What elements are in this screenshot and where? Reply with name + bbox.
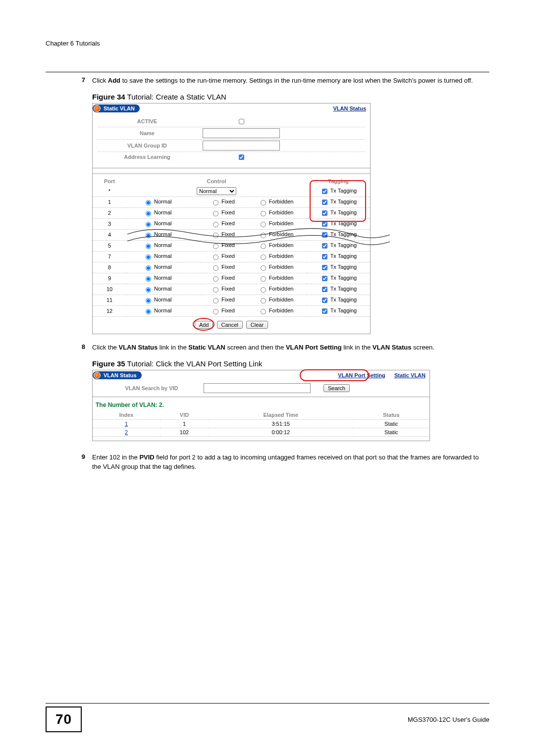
- port-number: 2: [93, 207, 126, 218]
- control-forbidden-radio[interactable]: [261, 309, 266, 314]
- cancel-button[interactable]: Cancel: [217, 321, 243, 329]
- control-normal-radio[interactable]: [146, 298, 151, 303]
- guide-title: MGS3700-12C User's Guide: [408, 716, 489, 723]
- t: Normal: [154, 286, 171, 292]
- t: Normal: [154, 209, 171, 215]
- index-link[interactable]: 1: [125, 421, 128, 427]
- divider: [93, 167, 370, 174]
- port-number: 8: [93, 262, 126, 273]
- tx-tagging-checkbox[interactable]: [322, 265, 327, 270]
- control-normal-radio[interactable]: [146, 254, 151, 260]
- tx-tagging-checkbox[interactable]: [322, 254, 327, 259]
- t: Fixed: [221, 275, 235, 281]
- port-number: 7: [93, 251, 126, 262]
- chapter-heading: Chapter 6 Tutorials: [46, 40, 489, 47]
- vid-search-input[interactable]: [204, 383, 311, 393]
- t: Forbidden: [269, 264, 294, 270]
- tx-tagging-checkbox[interactable]: [322, 298, 327, 303]
- control-normal-radio[interactable]: [146, 265, 151, 271]
- panel-title-pill: Static VLAN: [93, 104, 140, 112]
- t: Figure 34: [92, 93, 125, 101]
- t: screen and then the: [225, 344, 286, 351]
- default-tx-checkbox[interactable]: [322, 189, 327, 194]
- t: link in the: [342, 344, 373, 351]
- control-normal-radio[interactable]: [146, 309, 151, 314]
- tx-tagging-checkbox[interactable]: [322, 200, 327, 205]
- control-forbidden-radio[interactable]: [261, 276, 266, 282]
- vlan-status-link[interactable]: VLAN Status: [333, 105, 366, 111]
- rule-top: [46, 72, 489, 72]
- index-link[interactable]: 2: [125, 429, 128, 435]
- table-row: 113:51:15Static: [93, 419, 429, 428]
- vlan-group-input[interactable]: [203, 141, 280, 151]
- addr-learning-checkbox[interactable]: [239, 154, 244, 160]
- table-row: 2 Normal Fixed Forbidden Tx Tagging: [93, 207, 370, 218]
- vlan-count-heading: The Number of VLAN: 2.: [93, 398, 429, 410]
- table-row: 9 Normal Fixed Forbidden Tx Tagging: [93, 273, 370, 284]
- col-tagging: Tagging: [307, 176, 370, 186]
- tx-tagging-checkbox[interactable]: [322, 210, 327, 216]
- control-normal-radio[interactable]: [146, 287, 151, 293]
- control-fixed-radio[interactable]: [213, 287, 218, 293]
- vlan-port-setting-link[interactable]: VLAN Port Setting: [338, 372, 385, 378]
- default-control-select[interactable]: Normal: [197, 187, 236, 195]
- tx-tagging-checkbox[interactable]: [322, 276, 327, 281]
- clear-button[interactable]: Clear: [246, 321, 268, 329]
- control-forbidden-radio[interactable]: [261, 287, 266, 293]
- t: Fixed: [221, 209, 235, 215]
- control-fixed-radio[interactable]: [213, 309, 218, 314]
- status-cell: Static: [353, 419, 429, 428]
- t: Tx Tagging: [330, 297, 357, 302]
- panel-title-pill: VLAN Status: [93, 371, 142, 379]
- tx-tagging-checkbox[interactable]: [322, 287, 327, 292]
- t: to save the settings to the run-time mem…: [120, 77, 473, 84]
- control-forbidden-radio[interactable]: [261, 265, 266, 271]
- name-input[interactable]: [203, 128, 280, 138]
- control-fixed-radio[interactable]: [213, 200, 218, 205]
- control-forbidden-radio[interactable]: [261, 298, 266, 303]
- figure34-caption: Figure 34 Tutorial: Create a Static VLAN: [92, 93, 489, 101]
- add-button[interactable]: Add: [195, 321, 214, 329]
- step-text: Click Add to save the settings to the ru…: [92, 76, 489, 86]
- control-normal-radio[interactable]: [146, 200, 151, 205]
- label-name: Name: [98, 130, 197, 136]
- table-row: 10 Normal Fixed Forbidden Tx Tagging: [93, 284, 370, 295]
- control-forbidden-radio[interactable]: [261, 254, 266, 260]
- t: Forbidden: [269, 297, 294, 302]
- table-row: 1 Normal Fixed Forbidden Tx Tagging: [93, 197, 370, 207]
- step-text: Enter 102 in the PVID field for port 2 t…: [92, 453, 489, 472]
- label-active: ACTIVE: [98, 118, 197, 124]
- figure35-panel: VLAN Status VLAN Port Setting Static VLA…: [92, 370, 430, 441]
- t: Tx Tagging: [330, 209, 357, 215]
- control-normal-radio[interactable]: [146, 276, 151, 282]
- step-text: Click the VLAN Status link in the Static…: [92, 343, 489, 353]
- t: Fixed: [221, 199, 235, 204]
- control-fixed-radio[interactable]: [213, 211, 218, 216]
- control-forbidden-radio[interactable]: [261, 211, 266, 216]
- control-fixed-radio[interactable]: [213, 254, 218, 260]
- static-vlan-link[interactable]: Static VLAN: [394, 372, 426, 378]
- t: Fixed: [221, 297, 235, 302]
- t: Forbidden: [269, 199, 294, 204]
- tx-tagging-checkbox[interactable]: [322, 308, 327, 314]
- active-checkbox[interactable]: [239, 119, 244, 124]
- t: Tx Tagging: [330, 264, 357, 270]
- step-number: 9: [46, 453, 92, 472]
- step-7: 7 Click Add to save the settings to the …: [46, 76, 489, 86]
- t: Fixed: [221, 307, 235, 313]
- t: Forbidden: [269, 275, 294, 281]
- search-button[interactable]: Search: [323, 384, 350, 392]
- t: Normal: [154, 297, 171, 302]
- col-elapsed: Elapsed Time: [209, 410, 353, 420]
- control-fixed-radio[interactable]: [213, 298, 218, 303]
- control-fixed-radio[interactable]: [213, 276, 218, 282]
- label-addr: Address Learning: [98, 154, 197, 160]
- control-forbidden-radio[interactable]: [261, 200, 266, 205]
- control-normal-radio[interactable]: [146, 211, 151, 216]
- table-row: 12 Normal Fixed Forbidden Tx Tagging: [93, 305, 370, 316]
- step-number: 8: [46, 343, 92, 353]
- pill-dot-icon: [94, 372, 101, 379]
- t: Tx Tagging: [330, 253, 357, 259]
- control-fixed-radio[interactable]: [213, 265, 218, 271]
- t: Enter 102 in the: [92, 454, 139, 461]
